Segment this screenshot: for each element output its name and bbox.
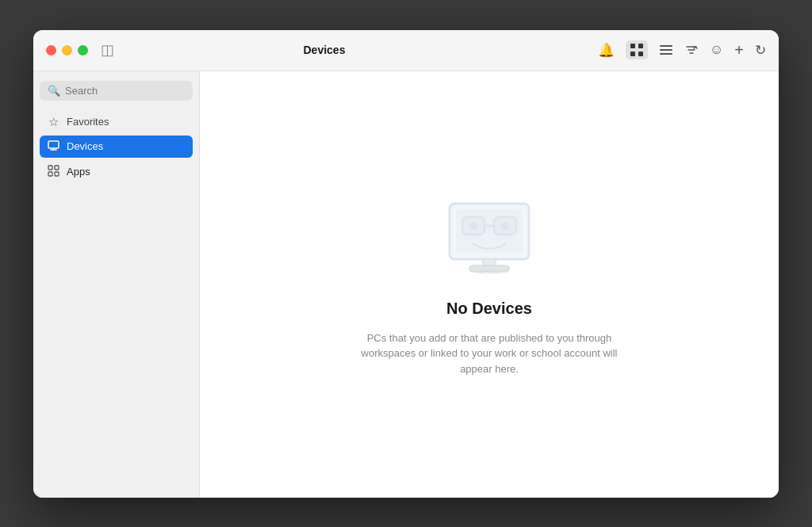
add-icon[interactable]: + bbox=[734, 41, 744, 59]
apps-label: Apps bbox=[67, 166, 90, 178]
content-area: 🔍 ☆ Favorites Devices bbox=[33, 71, 779, 498]
traffic-lights bbox=[33, 45, 88, 55]
bell-icon[interactable]: 🔔 bbox=[598, 42, 615, 59]
maximize-button[interactable] bbox=[78, 45, 88, 55]
sidebar-item-apps[interactable]: Apps bbox=[40, 161, 193, 183]
svg-rect-6 bbox=[660, 53, 672, 55]
grid-view-icon[interactable] bbox=[626, 40, 648, 59]
no-devices-title: No Devices bbox=[446, 300, 532, 318]
svg-rect-9 bbox=[55, 166, 59, 170]
svg-rect-10 bbox=[48, 172, 52, 176]
svg-rect-11 bbox=[55, 172, 59, 176]
devices-label: Devices bbox=[67, 140, 103, 152]
devices-icon bbox=[46, 139, 60, 154]
toolbar-actions: 🔔 bbox=[598, 40, 779, 59]
minimize-button[interactable] bbox=[62, 45, 72, 55]
refresh-icon[interactable]: ↻ bbox=[755, 42, 766, 59]
list-view-icon[interactable] bbox=[659, 43, 673, 57]
no-devices-description: PCs that you add or that are published t… bbox=[354, 330, 624, 377]
svg-rect-4 bbox=[660, 45, 672, 47]
empty-state: MACHOW2 No Devices PCs that you add or t… bbox=[354, 192, 624, 377]
sort-icon[interactable] bbox=[684, 43, 699, 57]
search-input[interactable] bbox=[65, 85, 185, 97]
window-title: Devices bbox=[114, 44, 534, 56]
svg-rect-1 bbox=[638, 44, 643, 48]
emoji-icon[interactable]: ☺ bbox=[710, 42, 723, 58]
main-content: MACHOW2 No Devices PCs that you add or t… bbox=[200, 71, 779, 498]
svg-rect-7 bbox=[48, 141, 59, 148]
svg-rect-2 bbox=[630, 52, 635, 56]
sidebar-item-devices[interactable]: Devices bbox=[40, 136, 193, 158]
favorites-icon: ☆ bbox=[46, 115, 60, 129]
svg-text:MACHOW2: MACHOW2 bbox=[477, 269, 501, 276]
favorites-label: Favorites bbox=[67, 116, 109, 128]
titlebar: ◫ Devices 🔔 bbox=[33, 30, 779, 71]
no-devices-illustration: MACHOW2 bbox=[442, 192, 537, 287]
svg-rect-0 bbox=[630, 44, 635, 48]
svg-rect-5 bbox=[660, 49, 672, 51]
search-box[interactable]: 🔍 bbox=[40, 81, 193, 101]
svg-rect-8 bbox=[48, 166, 52, 170]
apps-icon bbox=[46, 165, 60, 179]
sidebar: 🔍 ☆ Favorites Devices bbox=[33, 71, 200, 498]
search-icon: 🔍 bbox=[48, 85, 60, 97]
app-window: ◫ Devices 🔔 bbox=[33, 30, 779, 498]
close-button[interactable] bbox=[46, 45, 56, 55]
svg-rect-3 bbox=[638, 52, 643, 56]
sidebar-item-favorites[interactable]: ☆ Favorites bbox=[40, 112, 193, 132]
svg-point-18 bbox=[501, 222, 509, 230]
svg-point-17 bbox=[469, 222, 477, 230]
sidebar-toggle-icon[interactable]: ◫ bbox=[101, 41, 114, 59]
